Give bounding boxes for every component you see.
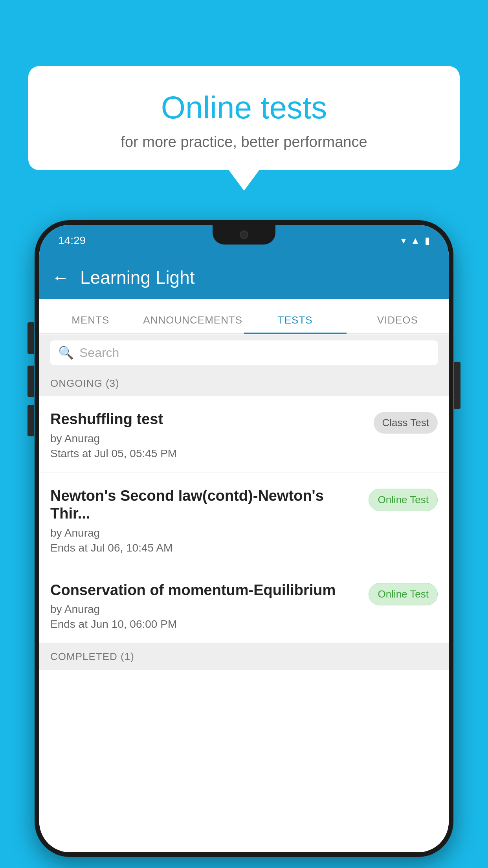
test-item-2-badge: Online Test (369, 489, 438, 511)
phone-container: 14:29 ▾ ▲ ▮ ← Learning Light MENTS ANNOU… (35, 220, 453, 868)
completed-title: COMPLETED (1) (50, 651, 134, 662)
test-item-2-author: by Anurag (50, 527, 359, 539)
phone-btn-vol-up (28, 322, 34, 354)
ongoing-section-header: ONGOING (3) (39, 370, 449, 396)
status-bar: 14:29 ▾ ▲ ▮ (39, 225, 449, 256)
phone-btn-vol-down (28, 366, 34, 397)
tab-announcements[interactable]: ANNOUNCEMENTS (142, 314, 244, 333)
test-item-1-author: by Anurag (50, 432, 364, 445)
test-item-1-content: Reshuffling test by Anurag Starts at Jul… (50, 410, 374, 460)
phone-btn-power (454, 362, 460, 409)
tab-ments[interactable]: MENTS (39, 314, 142, 333)
back-button[interactable]: ← (52, 268, 69, 287)
bubble-title: Online tests (44, 90, 444, 126)
test-list: Reshuffling test by Anurag Starts at Jul… (39, 396, 449, 852)
phone-screen: 14:29 ▾ ▲ ▮ ← Learning Light MENTS ANNOU… (39, 225, 449, 852)
tab-videos[interactable]: VIDEOS (347, 314, 449, 333)
test-item-3-author: by Anurag (50, 603, 359, 616)
test-item-3-date: Ends at Jun 10, 06:00 PM (50, 618, 359, 631)
test-item-2[interactable]: Newton's Second law(contd)-Newton's Thir… (39, 473, 449, 567)
test-item-3-badge: Online Test (369, 583, 438, 605)
speech-bubble: Online tests for more practice, better p… (28, 66, 460, 170)
test-item-2-content: Newton's Second law(contd)-Newton's Thir… (50, 487, 369, 554)
status-time: 14:29 (58, 234, 86, 247)
search-input-area[interactable]: 🔍 Search (50, 340, 438, 365)
camera (240, 230, 248, 239)
tab-tests[interactable]: TESTS (244, 314, 347, 333)
wifi-icon: ▾ (401, 235, 406, 246)
test-item-3-content: Conservation of momentum-Equilibrium by … (50, 581, 369, 631)
search-bar: 🔍 Search (39, 335, 449, 370)
ongoing-title: ONGOING (3) (50, 377, 119, 390)
test-item-2-name: Newton's Second law(contd)-Newton's Thir… (50, 487, 359, 523)
app-bar-title: Learning Light (80, 267, 195, 288)
status-icons: ▾ ▲ ▮ (401, 235, 430, 246)
bubble-subtitle: for more practice, better performance (44, 134, 444, 151)
signal-icon: ▲ (411, 235, 420, 246)
test-item-1-name: Reshuffling test (50, 410, 364, 428)
phone-btn-vol-down2 (28, 405, 34, 436)
test-item-3-name: Conservation of momentum-Equilibrium (50, 581, 359, 600)
test-item-1[interactable]: Reshuffling test by Anurag Starts at Jul… (39, 396, 449, 473)
app-bar: ← Learning Light (39, 256, 449, 299)
test-item-1-date: Starts at Jul 05, 05:45 PM (50, 447, 364, 460)
test-item-2-date: Ends at Jul 06, 10:45 AM (50, 542, 359, 554)
phone-frame: 14:29 ▾ ▲ ▮ ← Learning Light MENTS ANNOU… (35, 220, 453, 857)
battery-icon: ▮ (425, 235, 430, 246)
search-icon: 🔍 (58, 345, 74, 360)
test-item-1-badge: Class Test (374, 412, 438, 434)
search-placeholder: Search (79, 346, 119, 360)
test-item-3[interactable]: Conservation of momentum-Equilibrium by … (39, 567, 449, 644)
notch (213, 225, 275, 245)
tabs-container: MENTS ANNOUNCEMENTS TESTS VIDEOS (39, 299, 449, 334)
completed-section-header: COMPLETED (1) (39, 644, 449, 670)
